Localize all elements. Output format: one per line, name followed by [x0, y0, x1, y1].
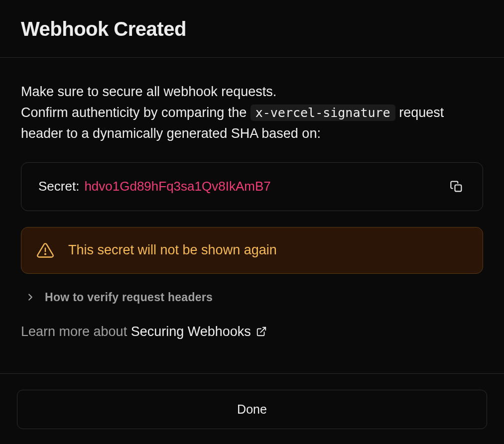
- modal-footer: Done: [0, 373, 504, 444]
- instructions-line2-pre: Confirm authenticity by comparing the: [21, 105, 251, 120]
- instructions-line1: Make sure to secure all webhook requests…: [21, 84, 276, 99]
- modal-title: Webhook Created: [21, 18, 483, 40]
- warning-box: This secret will not be shown again: [21, 227, 483, 274]
- svg-rect-0: [455, 185, 462, 191]
- securing-webhooks-link[interactable]: Securing Webhooks: [131, 324, 267, 339]
- done-button[interactable]: Done: [17, 390, 487, 429]
- modal-body: Make sure to secure all webhook requests…: [0, 58, 504, 373]
- verify-headers-label: How to verify request headers: [45, 291, 213, 304]
- secret-value: hdvo1Gd89hFq3sa1Qv8IkAmB7: [84, 179, 270, 194]
- svg-point-2: [45, 253, 46, 254]
- instructions-text: Make sure to secure all webhook requests…: [21, 82, 483, 144]
- signature-header-code: x-vercel-signature: [251, 105, 395, 121]
- webhook-created-modal: Webhook Created Make sure to secure all …: [0, 0, 504, 444]
- secret-box: Secret: hdvo1Gd89hFq3sa1Qv8IkAmB7: [21, 162, 483, 211]
- svg-line-3: [260, 328, 265, 333]
- verify-headers-toggle[interactable]: How to verify request headers: [21, 291, 483, 304]
- chevron-right-icon: [25, 292, 36, 303]
- warning-triangle-icon: [36, 241, 54, 259]
- warning-text: This secret will not be shown again: [68, 242, 277, 258]
- copy-secret-button[interactable]: [448, 178, 466, 196]
- learn-more-line: Learn more about Securing Webhooks: [21, 324, 483, 339]
- secret-label: Secret:: [38, 179, 79, 194]
- learn-more-prefix: Learn more about: [21, 324, 131, 339]
- copy-icon: [450, 180, 464, 194]
- secret-content: Secret: hdvo1Gd89hFq3sa1Qv8IkAmB7: [38, 179, 271, 194]
- learn-link-text: Securing Webhooks: [131, 324, 251, 339]
- modal-header: Webhook Created: [0, 0, 504, 58]
- external-link-icon: [256, 326, 267, 337]
